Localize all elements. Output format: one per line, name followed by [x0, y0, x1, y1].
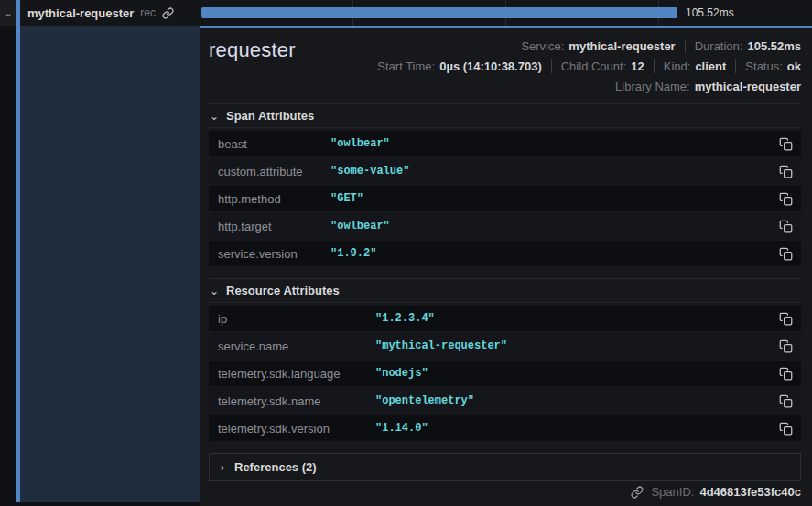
references-header[interactable]: › References (2) — [209, 453, 801, 481]
chevron-down-icon: ⌄ — [209, 110, 218, 123]
span-row-name[interactable]: mythical-requester rec — [27, 0, 174, 26]
copy-icon[interactable] — [779, 312, 793, 326]
span-attributes-table: beast "owlbear" custom.attribute "some-v… — [209, 131, 801, 266]
attribute-row: service.name "mythical-requester" — [209, 333, 801, 359]
collapse-all-button[interactable]: ⌄ — [0, 0, 16, 26]
link-icon[interactable] — [162, 7, 174, 19]
span-detail-header: requester Service: mythical-requester Du… — [209, 37, 801, 93]
span-duration-label: 105.52ms — [686, 0, 734, 26]
attribute-row: ip "1.2.3.4" — [209, 306, 801, 331]
attribute-row: telemetry.sdk.version "1.14.0" — [209, 415, 801, 441]
span-title: requester — [209, 37, 296, 62]
attribute-row: http.method "GET" — [209, 186, 801, 211]
copy-icon[interactable] — [779, 339, 793, 353]
copy-icon[interactable] — [779, 422, 793, 436]
meta-library-name: Library Name: mythical-requester — [615, 80, 801, 93]
attribute-row: telemetry.sdk.language "nodejs" — [209, 361, 801, 386]
timeline-tick — [200, 0, 200, 26]
attribute-row: http.target "owlbear" — [209, 213, 801, 239]
section-span-attributes: ⌄ Span Attributes beast "owlbear" custom… — [209, 103, 801, 268]
attribute-row: telemetry.sdk.name "opentelemetry" — [209, 388, 801, 414]
meta-status: Status: ok — [735, 59, 801, 73]
meta-start-time: Start Time: 0µs (14:10:38.703) — [377, 59, 550, 73]
meta-child-count: Child Count: 12 — [551, 59, 654, 73]
copy-icon[interactable] — [779, 137, 793, 151]
meta-row-2: Start Time: 0µs (14:10:38.703) Child Cou… — [377, 59, 801, 73]
meta-kind: Kind: client — [654, 59, 736, 73]
copy-icon[interactable] — [779, 192, 793, 206]
selected-span-accent — [16, 0, 20, 502]
span-row-operation-label: rec — [140, 6, 156, 19]
copy-icon[interactable] — [779, 165, 793, 178]
span-row[interactable]: ⌄ mythical-requester rec 105.52ms — [0, 0, 812, 26]
span-detail-panel: requester Service: mythical-requester Du… — [200, 26, 812, 506]
section-title: Span Attributes — [226, 109, 314, 123]
meta-duration: Duration: 105.52ms — [685, 39, 801, 53]
section-title: Resource Attributes — [226, 284, 340, 297]
trace-minimap-panel[interactable] — [20, 26, 200, 502]
copy-icon[interactable] — [779, 394, 793, 408]
meta-row-3: Library Name: mythical-requester — [615, 80, 801, 93]
attribute-row: beast "owlbear" — [209, 131, 801, 156]
resource-attributes-header[interactable]: ⌄ Resource Attributes — [209, 278, 801, 303]
chevron-down-icon: ⌄ — [209, 285, 218, 297]
section-title: References (2) — [234, 460, 317, 474]
attribute-row: custom.attribute "some-value" — [209, 158, 801, 184]
copy-icon[interactable] — [779, 247, 793, 261]
chevron-right-icon: › — [217, 461, 226, 474]
section-resource-attributes: ⌄ Resource Attributes ip "1.2.3.4" servi… — [209, 278, 801, 443]
attribute-row: service.version "1.9.2" — [209, 241, 801, 266]
link-icon[interactable] — [631, 486, 644, 499]
span-id-value: 4d46813fe53fc40c — [699, 485, 801, 499]
span-meta: Service: mythical-requester Duration: 10… — [377, 37, 801, 93]
meta-service: Service: mythical-requester — [521, 39, 684, 53]
span-attributes-header[interactable]: ⌄ Span Attributes — [209, 103, 801, 128]
span-row-service-label: mythical-requester — [27, 6, 134, 20]
meta-row-1: Service: mythical-requester Duration: 10… — [521, 39, 801, 53]
copy-icon[interactable] — [779, 367, 793, 381]
span-duration-bar[interactable] — [201, 7, 677, 18]
span-id-footer: SpanID: 4d46813fe53fc40c — [209, 481, 801, 502]
resource-attributes-table: ip "1.2.3.4" service.name "mythical-requ… — [209, 306, 801, 441]
span-timeline: 105.52ms — [200, 0, 812, 26]
copy-icon[interactable] — [779, 220, 793, 233]
span-id-label: SpanID: — [651, 485, 694, 499]
chevron-down-icon: ⌄ — [4, 7, 12, 19]
